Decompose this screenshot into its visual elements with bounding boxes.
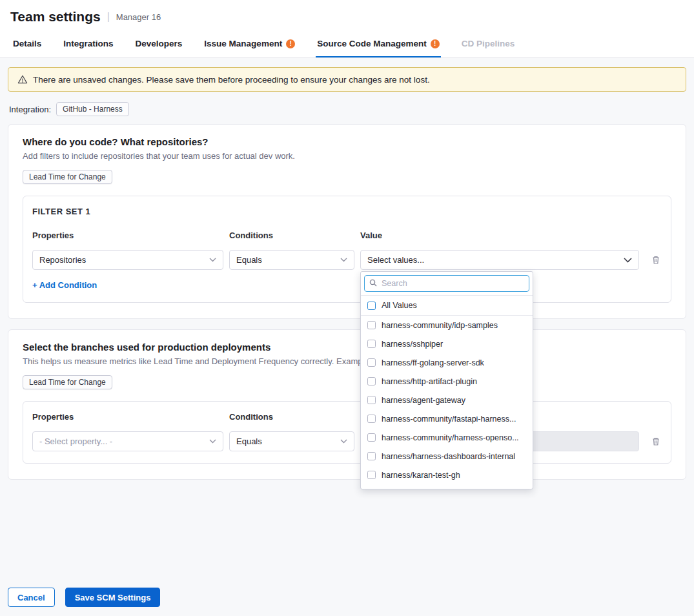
repo-option-label: harness/http-artifact-plugin [382,377,477,386]
value-select-wrapper: Select values... All Va [360,250,639,270]
filter-column-headers: Properties Conditions Value [32,231,662,250]
list-item[interactable]: harness/http-artifact-plugin [361,372,533,391]
tab-label: Developers [136,39,183,48]
tab-cd-pipelines[interactable]: CD Pipelines [460,30,516,57]
repo-option-label: harness/sshpiper [382,340,443,349]
integration-label: Integration: [9,105,51,114]
tab-label: CD Pipelines [462,39,515,48]
trash-icon [651,436,660,446]
properties-column-label: Properties [32,231,223,240]
page-header: Team settings | Manager 16 [0,0,694,30]
lead-time-chip: Lead Time for Change [23,375,112,389]
integration-row: Integration: GitHub - Harness [9,102,686,116]
tab-label: Integrations [63,39,113,48]
title-divider: | [107,11,110,23]
property-select-value: Repositories [39,255,86,265]
repo-option-label: harness/agent-gateway [382,396,465,405]
trash-icon [651,255,660,265]
page-title: Team settings [10,9,101,25]
tab-developers[interactable]: Developers [134,30,184,57]
list-item[interactable]: harness/sshpiper [361,334,533,353]
tab-label: Details [13,39,41,48]
filter-set-title: FILTER SET 1 [32,207,662,216]
unsaved-changes-banner: There are unsaved changes. Please save t… [8,67,686,92]
value-dropdown-panel: All Values harness-community/idp-samples… [360,271,533,489]
property-select[interactable]: - Select property... - [32,431,223,451]
save-scm-settings-button[interactable]: Save SCM Settings [65,588,161,607]
tab-issue-management[interactable]: Issue Management ! [203,30,296,57]
add-condition-button[interactable]: + Add Condition [32,280,97,290]
checkbox[interactable] [367,358,376,367]
branches-card-subtitle: This helps us measure metrics like Lead … [23,356,671,366]
repo-option-label: harness/ff-golang-server-sdk [382,358,484,367]
condition-select[interactable]: Equals [229,431,354,451]
property-select-placeholder: - Select property... - [39,436,112,446]
lead-time-chip: Lead Time for Change [23,170,112,184]
property-select[interactable]: Repositories [32,250,223,270]
condition-select[interactable]: Equals [229,250,354,270]
list-item[interactable]: harness/agent-gateway [361,391,533,409]
tab-details[interactable]: Details [12,30,43,57]
filter-row: - Select property... - Equals [32,431,662,451]
repo-option-label: harness/karan-test-gh [382,471,460,480]
filter-row: Repositories Equals Select values... [32,250,662,270]
value-column-label: Value [360,231,639,240]
list-item[interactable]: harness-community/idp-samples [361,316,533,334]
warning-badge-icon: ! [431,39,440,48]
list-item[interactable]: harness-community/fastapi-harness... [361,409,533,428]
condition-select-value: Equals [236,255,262,265]
tab-integrations[interactable]: Integrations [62,30,114,57]
checkbox[interactable] [367,302,376,310]
branch-filter-set: Properties Conditions - Select property.… [23,401,671,464]
all-values-option[interactable]: All Values [361,296,533,316]
search-input[interactable] [364,275,529,292]
checkbox[interactable] [367,377,376,385]
list-item[interactable]: harness/ff-golang-server-sdk [361,353,533,372]
conditions-column-label: Conditions [229,412,354,422]
condition-select-value: Equals [236,436,262,446]
repo-option-label: harness/harness-dashboards-internal [382,452,515,461]
checkbox[interactable] [367,321,376,329]
search-icon [369,279,377,287]
repo-option-label: harness-community/idp-samples [382,321,498,330]
checkbox[interactable] [367,471,376,479]
checkbox[interactable] [367,415,376,423]
footer-actions: Cancel Save SCM Settings [8,588,160,607]
tab-source-code-management[interactable]: Source Code Management ! [316,30,441,57]
list-item[interactable]: harness/harness-dashboards-internal [361,447,533,466]
checkbox[interactable] [367,433,376,442]
delete-filter-button[interactable] [645,431,667,451]
integration-chip[interactable]: GitHub - Harness [56,102,129,116]
warning-badge-icon: ! [286,39,295,48]
checkbox[interactable] [367,396,376,404]
repositories-card-title: Where do you code? What repositories? [23,136,671,147]
dropdown-search-container [361,272,533,296]
properties-column-label: Properties [32,412,223,422]
cancel-button[interactable]: Cancel [8,588,55,607]
all-values-label: All Values [382,301,417,310]
warning-triangle-icon [17,74,28,85]
main-content: There are unsaved changes. Please save t… [0,58,694,480]
repo-option-label: harness-community/harness-openso... [382,433,519,442]
repo-option-label: harness/... [382,489,419,490]
tab-bar: Details Integrations Developers Issue Ma… [0,30,694,58]
conditions-column-label: Conditions [229,231,354,240]
repositories-card-subtitle: Add filters to include repositories that… [23,151,671,161]
value-multiselect[interactable]: Select values... [360,250,639,270]
delete-filter-button[interactable] [645,250,667,270]
tab-label: Source Code Management [317,39,427,48]
chevron-down-icon [340,258,347,262]
list-item[interactable]: harness/karan-test-gh [361,466,533,484]
branches-card-title: Select the branches used for production … [23,342,671,353]
team-name-label: Manager 16 [116,12,161,22]
chevron-down-icon [209,258,216,262]
tab-label: Issue Management [204,39,282,48]
list-item[interactable]: harness/... [361,484,533,489]
list-item[interactable]: harness-community/harness-openso... [361,428,533,447]
checkbox[interactable] [367,340,376,348]
chevron-down-icon [209,439,216,444]
value-select-placeholder: Select values... [367,255,424,265]
checkbox[interactable] [367,452,376,460]
chevron-down-icon [624,258,632,263]
filter-column-headers: Properties Conditions [32,412,662,431]
